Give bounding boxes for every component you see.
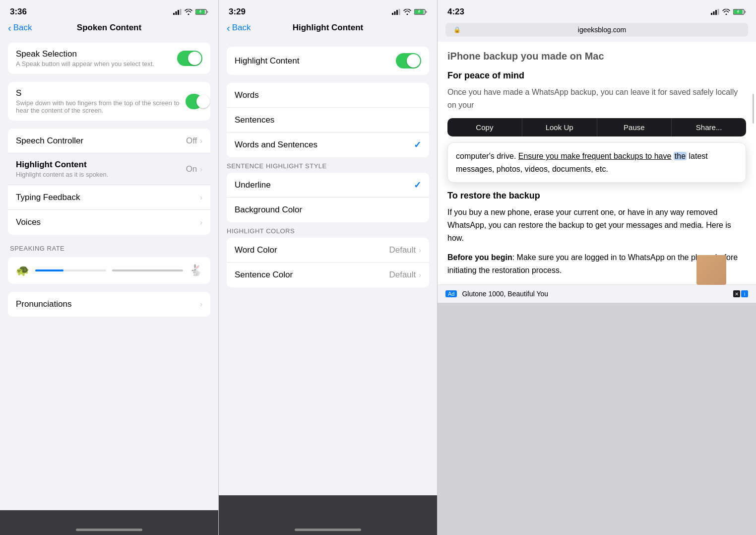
wifi-icon-2 [403,9,411,15]
rate-slider-slow[interactable] [35,269,106,271]
signal-icon-2 [392,9,400,15]
speak-screen-toggle[interactable] [186,94,202,109]
battery-icon-2 [414,9,427,15]
page-title-2: Highlight Content [293,23,364,33]
ad-close-area: ✕ i [733,290,748,297]
sentence-color-value: Default [389,270,416,280]
word-color-chevron: › [419,246,421,254]
background-color-row[interactable]: Background Color [227,198,429,222]
rabbit-icon: 🐇 [189,264,202,277]
word-color-label: Word Color [235,245,277,255]
ad-label: Ad [445,290,457,297]
status-icons-2 [392,9,427,15]
spoken-content-panel: 3:36 [0,0,219,535]
speak-selection-title: Speak Selection [16,49,154,59]
wifi-icon [185,9,192,15]
back-button-1[interactable]: ‹ Back [8,22,32,34]
sentence-color-label: Sentence Color [235,270,293,280]
typing-feedback-chevron: › [200,194,202,201]
speak-selection-toggle[interactable] [177,51,202,66]
back-chevron-1: ‹ [8,22,11,34]
sentence-style-group: Underline ✓ Background Color [227,173,429,222]
scroll-indicator [753,94,754,124]
signal-icon [173,9,182,15]
rate-slider-fast[interactable] [112,269,183,271]
speak-selection-left: Speak Selection A Speak button will appe… [16,49,154,67]
peace-subtitle: For peace of mind [447,70,746,81]
text-popup: computer's drive. Ensure you make freque… [447,142,746,183]
speak-screen-title: S [16,88,186,98]
sentences-row[interactable]: Sentences [227,108,429,133]
status-bar-2: 3:29 [219,0,437,21]
word-color-row[interactable]: Word Color Default › [227,238,429,263]
lock-icon: 🔒 [453,26,461,33]
speak-screen-subtitle: Swipe down with two fingers from the top… [16,99,186,114]
pronunciations-title: Pronunciations [16,299,71,309]
underline-row[interactable]: Underline ✓ [227,173,429,198]
back-button-2[interactable]: ‹ Back [227,22,251,34]
highlight-content-right: On › [186,164,202,174]
url-display[interactable]: 🔒 igeeksblog.com [445,23,748,37]
words-label: Words [235,90,259,100]
speak-selection-subtitle: A Speak button will appear when you sele… [16,60,154,67]
speak-screen-left: S Swipe down with two fingers from the t… [16,88,186,114]
time-3: 4:23 [447,7,464,17]
speak-screen-group: S Swipe down with two fingers from the t… [8,82,210,121]
panel-1-footer [0,510,218,535]
svg-rect-17 [718,9,719,15]
toggle-knob-2 [196,95,210,108]
highlight-content-toggle-label: Highlight Content [235,56,299,66]
speech-controller-value: Off [186,136,197,146]
highlight-content-chevron: › [200,165,202,173]
ad-thumbnail-image [696,255,726,285]
pronunciations-right: › [200,300,202,308]
typing-feedback-row[interactable]: Typing Feedback › [8,185,210,210]
word-options-group: Words Sentences Words and Sentences ✓ [227,83,429,157]
speaking-rate-label: SPEAKING RATE [8,245,210,252]
nav-bar-1: ‹ Back Spoken Content [0,21,218,39]
context-pause[interactable]: Pause [597,118,672,136]
context-lookup[interactable]: Look Up [522,118,597,136]
underline-label: Underline [235,180,271,190]
article-panel: 4:23 🔒 igeeksblog.com [438,0,756,535]
svg-rect-16 [715,10,717,15]
typing-feedback-right: › [200,194,202,201]
svg-rect-2 [178,10,179,15]
ad-close-icon[interactable]: ✕ [733,290,740,297]
svg-rect-6 [207,11,208,13]
context-menu: Copy Look Up Pause Share... [447,118,746,136]
highlight-content-toggle[interactable] [396,53,421,68]
highlight-toggle-section: Highlight Content [227,47,429,75]
typing-feedback-title: Typing Feedback [16,193,80,202]
highlight-content-row[interactable]: Highlight Content Highlight content as i… [8,153,210,185]
article-title: iPhone backup you made on Mac [447,50,746,63]
article-scroll-area[interactable]: iPhone backup you made on Mac For peace … [438,42,756,303]
words-row[interactable]: Words [227,83,429,108]
word-color-value: Default [389,245,416,255]
context-share[interactable]: Share... [672,118,746,136]
highlighted-word: the [674,152,687,160]
background-color-label: Background Color [235,205,302,215]
pronunciations-group: Pronunciations › [8,292,210,317]
page-title-1: Spoken Content [77,23,141,33]
svg-rect-9 [396,10,398,15]
svg-rect-15 [713,11,715,15]
pronunciations-row[interactable]: Pronunciations › [8,292,210,317]
url-text: igeeksblog.com [464,26,740,34]
words-and-sentences-row[interactable]: Words and Sentences ✓ [227,133,429,157]
speak-selection-row: Speak Selection A Speak button will appe… [8,43,210,74]
voices-right: › [200,218,202,226]
svg-rect-7 [392,13,393,15]
toggle-knob-3 [407,54,420,67]
sentence-color-row[interactable]: Sentence Color Default › [227,263,429,287]
svg-rect-0 [173,13,175,15]
voices-title: Voices [16,217,41,227]
speech-controller-title: Speech Controller [16,136,83,146]
misc-settings-group: Speech Controller Off › Highlight Conten… [8,129,210,235]
context-copy[interactable]: Copy [447,118,522,136]
speech-controller-row[interactable]: Speech Controller Off › [8,129,210,153]
rate-control: 🐢 🐇 [8,257,210,284]
voices-row[interactable]: Voices › [8,210,210,235]
ad-info-icon[interactable]: i [741,290,748,297]
paragraph-2-text: If you buy a new phone, erase your curre… [447,208,731,242]
